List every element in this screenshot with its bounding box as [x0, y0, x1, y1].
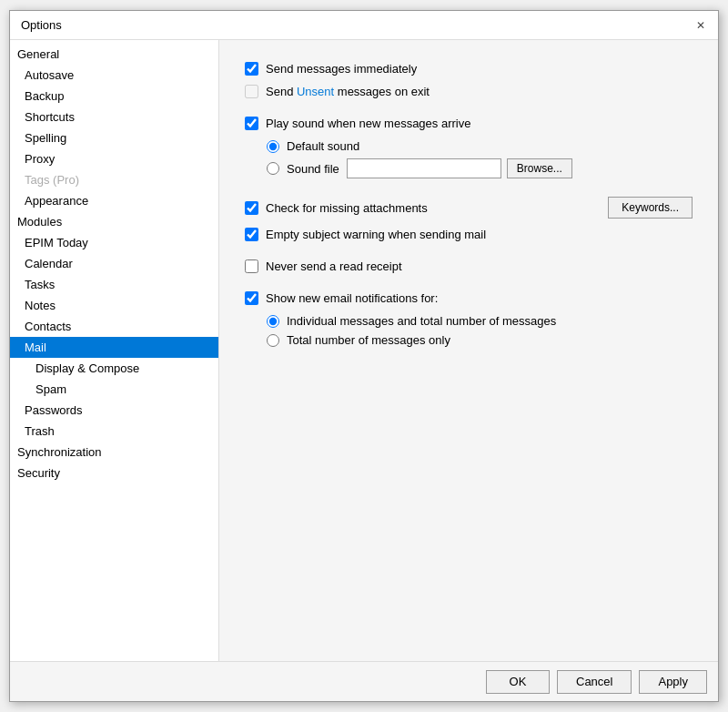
sound-file-label: Sound file: [287, 162, 339, 176]
total-only-radio[interactable]: [267, 334, 279, 347]
play-sound-label: Play sound when new messages arrive: [266, 117, 470, 130]
sidebar-item-notes[interactable]: Notes: [10, 295, 218, 316]
send-unsent-row: Send Unsent messages on exit: [245, 85, 693, 98]
show-notifications-label: Show new email notifications for:: [266, 291, 438, 305]
read-receipt-label: Never send a read receipt: [266, 259, 402, 273]
send-unsent-prefix: Send: [266, 85, 297, 98]
sidebar: GeneralAutosaveBackupShortcutsSpellingPr…: [10, 40, 219, 661]
sidebar-item-passwords[interactable]: Passwords: [10, 400, 218, 421]
sidebar-item-autosave[interactable]: Autosave: [10, 65, 218, 86]
sound-file-input[interactable]: [347, 158, 501, 178]
empty-subject-label: Empty subject warning when sending mail: [266, 228, 486, 241]
sidebar-item-spam[interactable]: Spam: [10, 379, 218, 400]
play-sound-checkbox[interactable]: [245, 117, 258, 130]
send-immediately-label: Send messages immediately: [266, 62, 417, 76]
send-options-section: Send messages immediately Send Unsent me…: [245, 62, 693, 98]
close-button[interactable]: ✕: [691, 15, 711, 36]
individual-messages-row: Individual messages and total number of …: [267, 314, 693, 328]
dialog-body: GeneralAutosaveBackupShortcutsSpellingPr…: [10, 40, 718, 661]
check-attachments-row: Check for missing attachments Keywords..…: [245, 197, 693, 219]
send-unsent-link: Unsent: [297, 85, 334, 98]
individual-messages-radio[interactable]: [267, 315, 279, 328]
read-receipt-row: Never send a read receipt: [245, 259, 693, 273]
sidebar-item-epim-today[interactable]: EPIM Today: [10, 232, 218, 253]
dialog-footer: OK Cancel Apply: [10, 661, 718, 701]
notifications-indent: Individual messages and total number of …: [267, 314, 693, 347]
play-sound-row: Play sound when new messages arrive: [245, 117, 693, 130]
cancel-button[interactable]: Cancel: [557, 670, 632, 694]
title-bar: Options ✕: [10, 11, 718, 40]
sidebar-item-modules[interactable]: Modules: [10, 211, 218, 232]
check-attachments-checkbox[interactable]: [245, 201, 258, 215]
send-unsent-checkbox[interactable]: [245, 85, 258, 98]
content-area: Send messages immediately Send Unsent me…: [219, 40, 718, 661]
send-unsent-suffix: messages on exit: [334, 85, 430, 98]
sidebar-item-calendar[interactable]: Calendar: [10, 253, 218, 274]
read-receipt-checkbox[interactable]: [245, 259, 258, 273]
sidebar-item-tasks[interactable]: Tasks: [10, 274, 218, 295]
sound-file-row: Sound file Browse...: [267, 158, 693, 178]
empty-subject-row: Empty subject warning when sending mail: [245, 228, 693, 241]
empty-subject-checkbox[interactable]: [245, 228, 258, 241]
sound-file-radio[interactable]: [267, 162, 279, 175]
apply-button[interactable]: Apply: [639, 670, 707, 694]
dialog-title: Options: [21, 18, 62, 32]
show-notifications-checkbox[interactable]: [245, 291, 258, 305]
default-sound-row: Default sound: [267, 139, 693, 153]
total-only-row: Total number of messages only: [267, 333, 693, 347]
sidebar-item-appearance[interactable]: Appearance: [10, 190, 218, 211]
default-sound-radio[interactable]: [267, 140, 279, 153]
sidebar-item-trash[interactable]: Trash: [10, 421, 218, 442]
keywords-button[interactable]: Keywords...: [608, 197, 693, 219]
options-dialog: Options ✕ GeneralAutosaveBackupShortcuts…: [9, 10, 719, 702]
sidebar-item-spelling[interactable]: Spelling: [10, 127, 218, 148]
sidebar-item-mail[interactable]: Mail: [10, 337, 218, 358]
default-sound-label: Default sound: [287, 139, 359, 153]
sound-options-indent: Default sound Sound file Browse...: [267, 139, 693, 178]
sidebar-item-general[interactable]: General: [10, 44, 218, 65]
show-notifications-row: Show new email notifications for:: [245, 291, 693, 305]
sidebar-item-proxy[interactable]: Proxy: [10, 148, 218, 169]
send-immediately-row: Send messages immediately: [245, 62, 693, 76]
ok-button[interactable]: OK: [486, 670, 550, 694]
individual-messages-label: Individual messages and total number of …: [287, 314, 556, 328]
total-only-label: Total number of messages only: [287, 333, 450, 347]
browse-button[interactable]: Browse...: [507, 158, 572, 178]
play-sound-section: Play sound when new messages arrive Defa…: [245, 117, 693, 178]
sidebar-item-contacts[interactable]: Contacts: [10, 316, 218, 337]
check-attachments-label: Check for missing attachments: [266, 201, 597, 215]
sidebar-item-tags-pro[interactable]: Tags (Pro): [10, 169, 218, 190]
send-unsent-label: Send Unsent messages on exit: [266, 85, 430, 98]
sidebar-item-display-compose[interactable]: Display & Compose: [10, 358, 218, 379]
sidebar-item-synchronization[interactable]: Synchronization: [10, 442, 218, 463]
sidebar-item-shortcuts[interactable]: Shortcuts: [10, 107, 218, 127]
notifications-section: Show new email notifications for: Indivi…: [245, 291, 693, 347]
sidebar-item-backup[interactable]: Backup: [10, 86, 218, 107]
sidebar-item-security[interactable]: Security: [10, 463, 218, 483]
send-immediately-checkbox[interactable]: [245, 62, 258, 76]
